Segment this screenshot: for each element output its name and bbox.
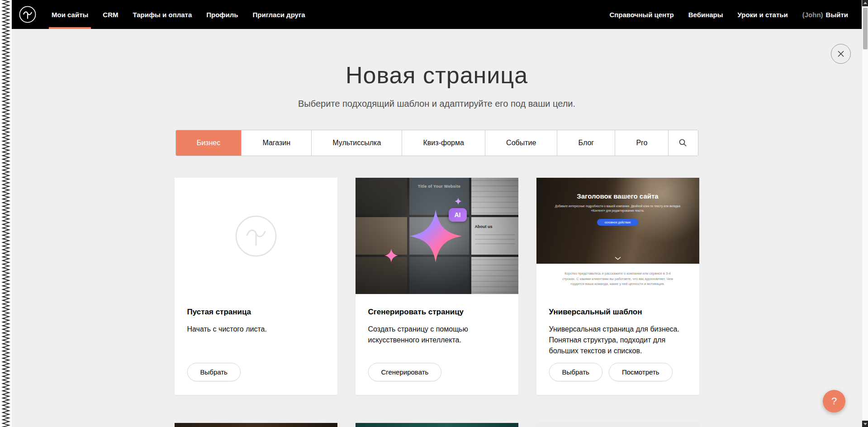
nav-item-logout[interactable]: (John) Выйти (795, 0, 855, 29)
template-card-partial[interactable] (175, 423, 337, 427)
ai-generate-preview: Title of Your Website About us (356, 178, 518, 294)
template-card-universal: Заголовок вашего сайта Добавьте интересн… (536, 178, 699, 395)
tab-blog[interactable]: Блог (557, 130, 615, 156)
logout-label: Выйти (826, 11, 848, 19)
top-navbar: Мои сайты CRM Тарифы и оплата Профиль Пр… (12, 0, 868, 29)
template-thumbnail (175, 423, 337, 427)
blank-page-preview (175, 178, 337, 294)
template-card-partial[interactable] (356, 423, 518, 427)
tiny-sparkle-icon (454, 197, 462, 205)
template-thumbnail (356, 423, 518, 427)
template-grid: Пустая страница Начать с чистого листа. … (175, 178, 699, 395)
nav-item-lessons[interactable]: Уроки и статьи (730, 0, 795, 29)
nav-item-webinars[interactable]: Вебинары (681, 0, 730, 29)
zigzag-edge-decoration (0, 0, 12, 427)
preview-hero-section: Заголовок вашего сайта Добавьте интересн… (536, 178, 699, 264)
template-card-blank: Пустая страница Начать с чистого листа. … (175, 178, 337, 395)
choose-blank-button[interactable]: Выбрать (187, 363, 241, 381)
help-button[interactable]: ? (823, 390, 845, 413)
nav-item-help-center[interactable]: Справочный центр (602, 0, 681, 29)
page-subtitle: Выберите подходящий шаблон и адаптируйте… (12, 99, 862, 109)
nav-item-profile[interactable]: Профиль (199, 0, 245, 29)
template-category-tabs: Бизнес Магазин Мультиссылка Квиз-форма С… (175, 130, 698, 156)
tab-shop[interactable]: Магазин (242, 130, 312, 156)
choose-universal-button[interactable]: Выбрать (549, 363, 602, 381)
card-description: Универсальная страница для бизнеса. Поня… (549, 324, 687, 356)
scrollbar-down-arrow[interactable] (862, 421, 868, 427)
tab-business[interactable]: Бизнес (176, 130, 242, 156)
card-body: Универсальный шаблон Универсальная стран… (536, 294, 699, 395)
user-name: (John) (802, 11, 823, 19)
scrollbar-thumb[interactable] (863, 8, 868, 49)
preview-universal-button[interactable]: Посмотреть (609, 363, 673, 381)
nav-item-crm[interactable]: CRM (95, 0, 125, 29)
preview-cta-button: основное действие (597, 219, 638, 226)
close-button[interactable] (831, 44, 851, 64)
tab-event[interactable]: Событие (485, 130, 558, 156)
chevron-down-icon (614, 256, 621, 260)
preview-body-section: Коротко представьтесь и расскажите о ком… (536, 264, 699, 294)
vertical-scrollbar[interactable] (862, 0, 868, 427)
card-title: Пустая страница (187, 308, 325, 317)
card-actions: Выбрать (187, 363, 325, 381)
tab-quiz-form[interactable]: Квиз-форма (402, 130, 485, 156)
nav-item-my-sites[interactable]: Мои сайты (44, 0, 95, 29)
card-actions: Сгенерировать (368, 363, 506, 381)
page-title: Новая страница (12, 62, 862, 89)
tab-multilink[interactable]: Мультиссылка (312, 130, 402, 156)
ai-badge: AI (449, 208, 467, 222)
scrollbar-up-arrow[interactable] (862, 0, 868, 6)
generate-button[interactable]: Сгенерировать (368, 363, 442, 381)
card-body: Сгенерировать страницу Создать страницу … (356, 294, 518, 395)
navbar-left-menu: Мои сайты CRM Тарифы и оплата Профиль Пр… (44, 0, 313, 29)
search-icon (678, 138, 688, 147)
card-actions: Выбрать Посмотреть (549, 363, 687, 381)
card-description: Начать с чистого листа. (187, 324, 325, 335)
navbar-right-menu: Справочный центр Вебинары Уроки и статьи… (602, 0, 855, 29)
card-description: Создать страницу с помощью искусственног… (368, 324, 506, 346)
universal-template-preview: Заголовок вашего сайта Добавьте интересн… (536, 178, 699, 294)
preview-paragraph: Коротко представьтесь и расскажите о ком… (559, 271, 676, 287)
tab-search[interactable] (669, 130, 697, 156)
card-body: Пустая страница Начать с чистого листа. … (175, 294, 337, 395)
template-thumbnail (536, 423, 699, 427)
small-sparkle-icon (384, 248, 399, 263)
card-title: Универсальный шаблон (549, 308, 687, 317)
main-content: Новая страница Выберите подходящий шабло… (12, 29, 862, 427)
card-title: Сгенерировать страницу (368, 308, 506, 317)
preview-heading: Заголовок вашего сайта (577, 192, 658, 200)
tilda-watermark-icon (234, 214, 278, 258)
tab-pro[interactable]: Pro (615, 130, 669, 156)
preview-subheading: Добавьте интересные подробности о вашей … (554, 204, 681, 214)
nav-item-invite-friend[interactable]: Пригласи друга (245, 0, 312, 29)
close-icon (837, 50, 845, 58)
template-card-partial[interactable] (536, 423, 699, 427)
template-card-ai-generate: Title of Your Website About us (356, 178, 518, 395)
tilda-logo-icon (18, 5, 37, 24)
template-grid-row-2 (175, 423, 699, 427)
nav-item-tariffs[interactable]: Тарифы и оплата (125, 0, 199, 29)
tilda-logo[interactable] (18, 5, 37, 24)
